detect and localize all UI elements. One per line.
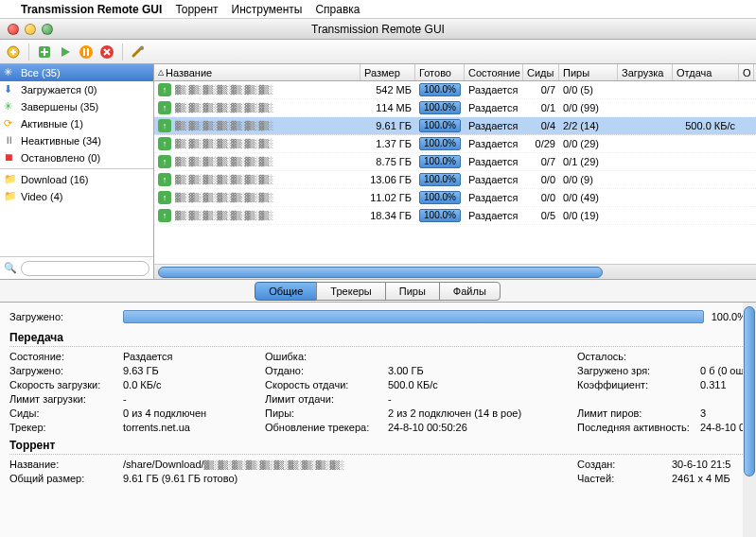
col-done[interactable]: Готово	[415, 64, 465, 80]
cell-seeds: 0/7	[523, 156, 559, 167]
tsize-v: 9.61 ГБ (9.61 ГБ готово)	[123, 473, 577, 484]
col-size[interactable]: Размер	[360, 64, 415, 80]
cell-progress: 100.0%	[419, 155, 461, 168]
cell-state: Раздается	[465, 192, 523, 203]
connect-icon[interactable]	[6, 44, 21, 60]
col-state[interactable]: Состояние	[465, 64, 523, 80]
seeding-icon	[158, 155, 171, 168]
stop-icon: ⏹	[4, 151, 17, 165]
cell-state: Раздается	[465, 120, 523, 131]
sidebar-filter-stop[interactable]: ⏹Остановлено (0)	[0, 149, 153, 166]
col-peers[interactable]: Пиры	[559, 64, 618, 80]
cell-size: 9.61 ГБ	[360, 120, 415, 131]
cell-size: 114 МБ	[360, 102, 415, 113]
sidebar-filter-down[interactable]: ⬇Загружается (0)	[0, 81, 153, 98]
horizontal-scrollbar[interactable]	[154, 264, 756, 279]
table-row[interactable]: ▓▒░▓▒░▓▒░▓▒░▓▒░▓▒░▓▒░ 18.34 ГБ 100.0% Ра…	[154, 207, 756, 225]
settings-icon[interactable]	[131, 44, 146, 60]
col-name[interactable]: △Название	[154, 64, 360, 80]
table-row[interactable]: ▓▒░▓▒░▓▒░▓▒░▓▒░▓▒░▓▒░ 114 МБ 100.0% Разд…	[154, 99, 756, 117]
tab-general[interactable]: Общие	[255, 282, 317, 301]
trackerupd-v: 24-8-10 00:50:26	[388, 422, 577, 433]
tab-peers[interactable]: Пиры	[385, 282, 440, 301]
details-vertical-scrollbar[interactable]	[743, 303, 756, 537]
ullimit-v: -	[388, 393, 577, 405]
menu-help[interactable]: Справка	[315, 3, 360, 16]
remove-icon[interactable]	[99, 44, 114, 60]
torrent-name: ▓▒░▓▒░▓▒░▓▒░▓▒░▓▒░▓▒░	[175, 175, 273, 184]
cell-size: 8.75 ГБ	[360, 156, 415, 167]
downloaded-label: Загружено:	[9, 311, 123, 322]
seeding-icon	[158, 173, 171, 186]
cell-progress: 100.0%	[419, 137, 461, 150]
cell-size: 13.06 ГБ	[360, 174, 415, 185]
cell-state: Раздается	[465, 102, 523, 113]
sidebar-filter-active[interactable]: ⟳Активные (1)	[0, 115, 153, 132]
svg-marker-2	[62, 47, 70, 57]
window-titlebar: Transmission Remote GUI	[0, 19, 756, 40]
sidebar-folder[interactable]: 📁Download (16)	[0, 171, 153, 188]
app-menu[interactable]: Transmission Remote GUI	[21, 3, 162, 16]
seeding-icon	[158, 137, 171, 150]
error-label: Ошибка:	[265, 351, 388, 362]
col-seeds[interactable]: Сиды	[523, 64, 559, 80]
sidebar-folder[interactable]: 📁Video (4)	[0, 188, 153, 205]
seeding-icon	[158, 191, 171, 204]
table-row[interactable]: ▓▒░▓▒░▓▒░▓▒░▓▒░▓▒░▓▒░ 11.02 ГБ 100.0% Ра…	[154, 189, 756, 207]
menu-tools[interactable]: Инструменты	[232, 3, 303, 16]
tab-trackers[interactable]: Трекеры	[316, 282, 385, 301]
tracker-v: torrents.net.ua	[123, 422, 265, 433]
star-icon: ✳	[4, 66, 17, 79]
cell-seeds: 0/29	[523, 138, 559, 149]
window-close-button[interactable]	[8, 24, 19, 35]
cell-seeds: 0/1	[523, 102, 559, 113]
table-row[interactable]: ▓▒░▓▒░▓▒░▓▒░▓▒░▓▒░▓▒░ 8.75 ГБ 100.0% Раз…	[154, 153, 756, 171]
col-upload[interactable]: Отдача	[673, 64, 739, 80]
sidebar-filter-check[interactable]: ✳Завершены (35)	[0, 98, 153, 115]
cell-state: Раздается	[465, 84, 523, 95]
torrent-grid[interactable]: ▓▒░▓▒░▓▒░▓▒░▓▒░▓▒░▓▒░ 542 МБ 100.0% Разд…	[154, 81, 756, 264]
cell-peers: 0/1 (29)	[559, 156, 618, 167]
sidebar-filter-star[interactable]: ✳Все (35)	[0, 64, 153, 81]
uploaded-l: Отдано:	[265, 365, 388, 376]
created-v: 30-6-10 21:5	[672, 459, 747, 470]
table-row[interactable]: ▓▒░▓▒░▓▒░▓▒░▓▒░▓▒░▓▒░ 542 МБ 100.0% Разд…	[154, 81, 756, 99]
svg-point-3	[79, 45, 93, 59]
start-icon[interactable]	[58, 44, 73, 60]
downloaded-percent: 100.0%	[712, 311, 747, 322]
downloaded-v: 9.63 ГБ	[123, 365, 265, 376]
toolbar	[0, 40, 756, 64]
downloaded-l: Загружено:	[9, 365, 123, 376]
sidebar-filter-inactive[interactable]: ⏸Неактивные (34)	[0, 132, 153, 149]
torrent-name: ▓▒░▓▒░▓▒░▓▒░▓▒░▓▒░▓▒░	[175, 211, 273, 220]
col-extra[interactable]: О	[739, 64, 754, 80]
cell-peers: 0/0 (9)	[559, 174, 618, 185]
torrent-name: ▓▒░▓▒░▓▒░▓▒░▓▒░▓▒░▓▒░	[175, 139, 273, 148]
window-zoom-button[interactable]	[42, 24, 53, 35]
cell-peers: 2/2 (14)	[559, 120, 618, 131]
cell-size: 1.37 ГБ	[360, 138, 415, 149]
window-minimize-button[interactable]	[25, 24, 36, 35]
pause-icon[interactable]	[79, 44, 94, 60]
col-download[interactable]: Загрузка	[618, 64, 673, 80]
cell-seeds: 0/4	[523, 120, 559, 131]
sidebar-item-label: Неактивные (34)	[21, 135, 101, 147]
created-l: Создан:	[577, 459, 672, 470]
svg-rect-4	[83, 48, 85, 56]
cell-peers: 0/0 (49)	[559, 192, 618, 203]
search-input[interactable]	[21, 261, 149, 276]
add-torrent-icon[interactable]	[37, 44, 52, 60]
table-row[interactable]: ▓▒░▓▒░▓▒░▓▒░▓▒░▓▒░▓▒░ 13.06 ГБ 100.0% Ра…	[154, 171, 756, 189]
table-row[interactable]: ▓▒░▓▒░▓▒░▓▒░▓▒░▓▒░▓▒░ 9.61 ГБ 100.0% Раз…	[154, 117, 756, 135]
table-row[interactable]: ▓▒░▓▒░▓▒░▓▒░▓▒░▓▒░▓▒░ 1.37 ГБ 100.0% Раз…	[154, 135, 756, 153]
cell-progress: 100.0%	[419, 83, 461, 96]
svg-rect-5	[87, 48, 89, 56]
seeding-icon	[158, 209, 171, 222]
system-menubar: Transmission Remote GUI Торрент Инструме…	[0, 0, 756, 19]
cell-peers: 0/0 (99)	[559, 102, 618, 113]
sidebar-item-label: Загружается (0)	[21, 84, 97, 95]
tab-files[interactable]: Файлы	[439, 282, 501, 301]
check-icon: ✳	[4, 100, 17, 113]
menu-torrent[interactable]: Торрент	[175, 3, 218, 16]
tname-l: Название:	[9, 459, 123, 470]
